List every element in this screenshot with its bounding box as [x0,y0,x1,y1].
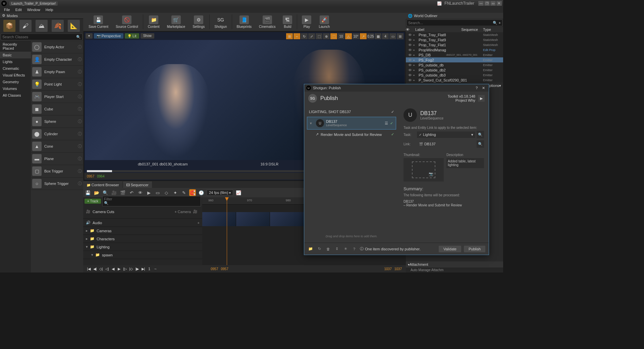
seq-frame-out[interactable]: 1037 [394,267,402,271]
close-button[interactable]: ✕ [480,86,487,90]
build-button[interactable]: 🏗Build [279,13,296,30]
outliner-row[interactable]: 👁▫PS_Fog2Emitter [406,57,503,62]
seq-browse-icon[interactable]: 📂 [93,189,100,196]
outliner-row[interactable]: 👁▫Prop_Tray_Flat9StaticMesh [406,37,503,42]
vp-tool-15[interactable]: ⊞ [397,33,404,39]
validate-button[interactable]: Validate [439,246,461,252]
seq-key-icon[interactable]: ◇ [163,189,170,196]
search-button[interactable]: 🔍 [477,140,484,148]
browse-icon[interactable]: 📁 [308,246,314,252]
actor-cylinder[interactable]: ⬤Cylinderⓘ [31,128,83,140]
publish-item[interactable]: ▾ U DB137 LevelSequence ☰ ✓ [307,117,396,130]
track-audio[interactable]: 🔊Audio+ [83,219,202,227]
actor-player-start[interactable]: 🎮Player Startⓘ [31,91,83,103]
seq-frame-in[interactable]: 0957 [211,267,218,271]
seq-frame-start[interactable]: 0957 [221,267,228,271]
expand-icon[interactable]: ⇕ [334,246,340,252]
info-icon[interactable]: ⓘ [78,82,82,87]
info-icon[interactable]: ⓘ [78,106,82,112]
tab-content-browser[interactable]: 📁 Content Browser [83,182,122,188]
actor-plane[interactable]: ▬Planeⓘ [31,153,83,165]
frame-current[interactable]: 0964 [97,174,104,178]
cat-basic[interactable]: Basic [0,52,31,58]
refresh-icon[interactable]: ↻ [316,246,322,252]
minimize-button[interactable]: — [478,1,484,6]
vp-tool-4[interactable]: ⬚ [316,33,322,39]
landscape-mode-icon[interactable]: ⛰ [36,20,48,32]
vp-tool-12[interactable]: ▦ [375,33,381,39]
prev-frame-icon[interactable]: ◇| [98,266,104,271]
expand-icon[interactable]: ▸ [86,237,90,241]
publish-subitem[interactable]: ↗ Render Movie and Submit for Review ✓ [304,130,399,139]
info-icon[interactable]: ⓘ [78,57,82,62]
cat-lights[interactable]: Lights [0,58,31,65]
help-button[interactable]: ? [473,86,480,90]
play-reverse-icon[interactable]: ◀ [110,266,116,271]
visibility-icon[interactable]: 👁 [407,63,413,67]
info-icon[interactable]: ⓘ [78,144,82,149]
step-fwd-icon[interactable]: |▷ [122,266,128,271]
info-icon[interactable]: ⓘ [78,44,82,50]
content-button[interactable]: 📁Content [145,13,163,30]
seq-snap-icon[interactable]: 🧲 [189,189,196,196]
actor-empty-actor[interactable]: ◯Empty Actorⓘ [31,41,83,53]
link-value[interactable]: 🎬 DB137 [417,141,475,147]
actor-sphere[interactable]: ●Sphereⓘ [31,115,83,128]
shotgun-button[interactable]: SGShotgun [211,13,230,30]
geometry-mode-icon[interactable]: 📐 [68,20,80,32]
seq-save-icon[interactable]: 💾 [85,189,91,196]
step-back-icon[interactable]: ◁| [104,266,110,271]
add-icon[interactable]: + [499,21,501,25]
actor-sphere-trigger[interactable]: ○Sphere Triggerⓘ [31,178,83,190]
outliner-search-input[interactable] [408,21,493,25]
outliner-row[interactable]: 👁▫P_Sword_Cut_Scsf0290_001Emitter [406,78,503,83]
visibility-icon[interactable]: 👁 [407,43,413,47]
menu-window[interactable]: Window [24,8,43,12]
thumbnail-drop[interactable]: 📷 [404,158,444,182]
viewport-menu[interactable]: ▾ [86,33,93,39]
foliage-mode-icon[interactable]: 🍂 [52,20,64,32]
outliner-row[interactable]: 👁▫PS_outside_db2Emitter [406,67,503,72]
menu-edit[interactable]: Edit [13,8,24,12]
perspective-toggle[interactable]: 📷 Perspective [94,33,123,39]
info-icon[interactable]: ⓘ [78,181,82,187]
dialog-titlebar[interactable]: U Shotgun: Publish ? ✕ [304,84,489,92]
info-icon[interactable]: ⓘ [78,69,82,75]
visibility-icon[interactable]: 👁 [407,48,413,52]
seq-clapboard-icon[interactable]: 🎬 [119,189,126,196]
marketplace-button[interactable]: 🛒Marketplace [164,13,189,30]
add-track-button[interactable]: + Track [85,199,101,204]
seq-camera-icon[interactable]: 🎥 [111,189,117,196]
blueprints-button[interactable]: 📘Blueprints [233,13,255,30]
cat-geometry[interactable]: Geometry [0,79,31,85]
track-cameras[interactable]: ▸📁Cameras [83,227,202,235]
info-icon[interactable]: ⓘ [78,119,82,124]
context-row[interactable]: LIGHTING, SHOT DB137 ✓ [304,108,399,116]
actor-empty-pawn[interactable]: ♟Empty Pawnⓘ [31,66,83,78]
menu-icon[interactable]: ☰ [385,121,388,126]
track-characters[interactable]: ▸📁Characters [83,235,202,243]
vp-tool-2[interactable]: ↻ [301,33,308,39]
vp-tool-8[interactable]: △ [345,33,352,39]
seq-col[interactable]: Sequence [456,28,483,32]
settings-button[interactable]: ⚙Settings [189,13,208,30]
visibility-icon[interactable]: 👁 [407,58,413,62]
vp-tool-0[interactable]: ⊞ [286,33,293,39]
tab-sequencer[interactable]: 🎞 Sequencer [123,182,152,188]
expand-icon[interactable]: ▾ [310,121,314,126]
vp-tool-13[interactable]: 4 [382,33,389,39]
seq-undo-icon[interactable]: ↶ [128,189,135,196]
play-button[interactable]: ▶Play [299,13,315,30]
playhead[interactable] [227,197,227,265]
visibility-icon[interactable]: 👁 [407,53,413,57]
clip-thumb[interactable] [270,212,304,226]
vp-tool-14[interactable]: ▭ [389,33,396,39]
delete-icon[interactable]: 🗑 [325,246,331,252]
cat-recently-placed[interactable]: Recently Placed [0,41,31,52]
visibility-icon[interactable]: 👁 [407,73,413,77]
seq-view-icon[interactable]: 👁 [137,189,144,196]
source-control-button[interactable]: 🚫Source Control [112,13,142,30]
outliner-row[interactable]: 👁▫PS_outside_db3Emitter [406,72,503,78]
expand-icon[interactable]: ▾ [91,253,95,257]
outliner-row[interactable]: 👁▫PS_DBdb0137_001, db0270_001Emitter [406,52,503,57]
